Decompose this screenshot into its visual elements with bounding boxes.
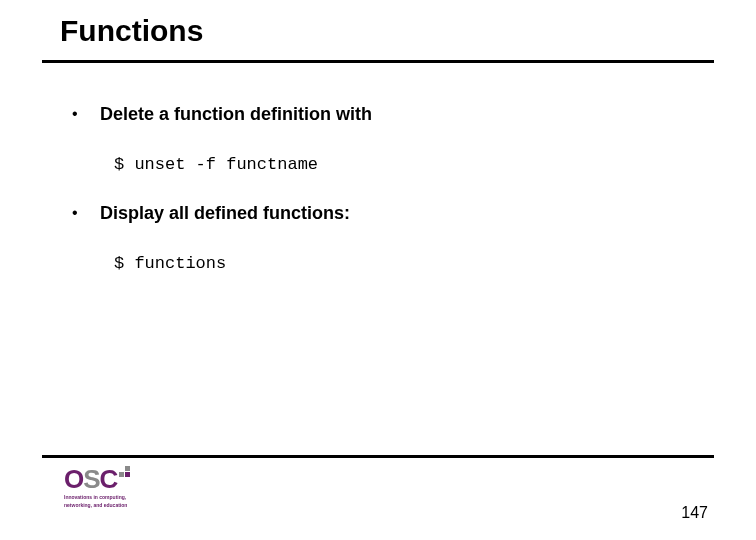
- svg-rect-2: [125, 466, 130, 471]
- bullet-item: • Display all defined functions:: [72, 202, 696, 224]
- logo-letter-c: C: [100, 466, 118, 492]
- footer-divider: [42, 455, 714, 458]
- svg-rect-1: [125, 472, 130, 477]
- code-line: $ functions: [114, 254, 696, 273]
- title-area: Functions: [0, 0, 756, 56]
- bullet-text: Delete a function definition with: [100, 103, 372, 125]
- logo-tagline-2: networking, and education: [64, 502, 154, 508]
- logo-letter-o: O: [64, 466, 83, 492]
- bullet-item: • Delete a function definition with: [72, 103, 696, 125]
- logo-squares-icon: [119, 464, 133, 478]
- slide: Functions • Delete a function definition…: [0, 0, 756, 540]
- content-area: • Delete a function definition with $ un…: [0, 63, 756, 273]
- bullet-marker: •: [72, 103, 100, 125]
- svg-rect-0: [119, 472, 124, 477]
- logo-wordmark: O S C: [64, 466, 154, 492]
- slide-title: Functions: [60, 14, 696, 48]
- logo-tagline-1: Innovations in computing,: [64, 494, 154, 500]
- logo-letter-s: S: [83, 466, 99, 492]
- bullet-text: Display all defined functions:: [100, 202, 350, 224]
- bullet-marker: •: [72, 202, 100, 224]
- page-number: 147: [681, 504, 708, 522]
- osc-logo: O S C Innovations in computing, networki…: [64, 466, 154, 508]
- code-line: $ unset -f functname: [114, 155, 696, 174]
